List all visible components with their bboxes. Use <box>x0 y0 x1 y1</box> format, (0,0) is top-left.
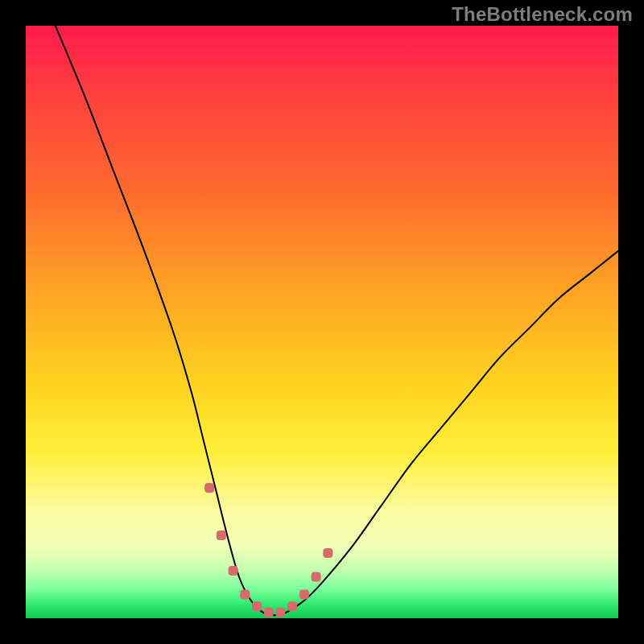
marker-dot <box>287 601 297 611</box>
plot-area <box>26 26 618 618</box>
bottleneck-curve <box>56 26 618 615</box>
marker-dot <box>240 590 250 600</box>
near-zero-markers <box>204 483 332 617</box>
marker-dot <box>217 530 226 540</box>
watermark-text: TheBottleneck.com <box>452 3 633 26</box>
marker-dot <box>312 572 321 581</box>
marker-dot <box>229 566 238 576</box>
chart-stage: TheBottleneck.com <box>0 0 644 644</box>
marker-dot <box>252 601 262 611</box>
marker-dot <box>264 608 274 617</box>
marker-dot <box>204 483 214 493</box>
curve-layer <box>26 26 618 618</box>
marker-dot <box>299 590 309 600</box>
marker-dot <box>323 548 332 558</box>
marker-dot <box>275 608 285 617</box>
